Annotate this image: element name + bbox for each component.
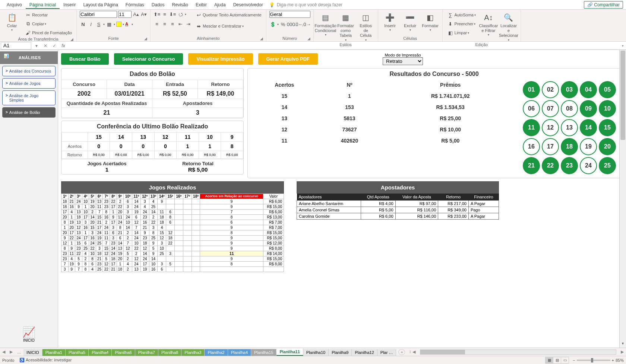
sheet-tab-Planilha8[interactable]: Planilha8 — [158, 349, 181, 356]
sheet-tab-Planilha1[interactable]: Planilha1 — [42, 349, 66, 356]
inc-decimal-icon[interactable]: .0← — [295, 21, 302, 28]
visualizar-impressao-button[interactable]: Visualizar Impressão — [188, 53, 253, 65]
font-name-select[interactable] — [80, 11, 117, 18]
merge-center-button[interactable]: ⬌Mesclar e Centralizar ▾ — [194, 22, 263, 30]
align-launcher[interactable]: ◢ — [260, 36, 263, 41]
underline-button[interactable]: S — [95, 21, 102, 28]
orientation-icon[interactable]: ⭯ — [177, 11, 184, 17]
formula-accept[interactable]: ✓ — [50, 43, 59, 48]
inicio-button[interactable]: 📈 INICIO — [0, 322, 58, 346]
font-color-button[interactable]: A — [125, 22, 130, 27]
accessibility-status[interactable]: ♿ Acessibilidade: investigar — [19, 358, 72, 363]
conditional-format-button[interactable]: ▤Formatação Condicional▾ — [317, 11, 335, 38]
grow-font-icon[interactable]: A▴ — [133, 11, 139, 18]
align-right-icon[interactable]: ≡ — [169, 20, 176, 27]
zoom-slider[interactable] — [577, 360, 610, 361]
vertical-scrollbar[interactable]: ▲ ▼ — [619, 50, 626, 348]
view-pagebreak-icon[interactable]: ▭ — [561, 357, 569, 364]
view-layout-icon[interactable]: ▤ — [553, 357, 561, 364]
autosum-button[interactable]: ∑AutoSoma ▾ — [446, 11, 477, 19]
new-sheet-button[interactable]: + — [398, 349, 405, 355]
sheet-nav-more[interactable]: … — [15, 350, 23, 354]
sheet-tab-Planilha4[interactable]: Planilha4 — [89, 349, 112, 356]
format-as-table-button[interactable]: ▦Formatar como Tabela▾ — [337, 11, 355, 42]
menu-tab-arquivo[interactable]: Arquivo — [3, 1, 26, 9]
tellme-search[interactable]: Diga-me o que você deseja fazer — [277, 2, 584, 7]
wrap-text-button[interactable]: ↩Quebrar Texto Automaticamente — [194, 11, 263, 19]
tab-scroll-right[interactable]: ▶ — [619, 349, 626, 354]
zoom-in-button[interactable]: + — [612, 358, 614, 363]
sheet-tab-Planilha9[interactable]: Planilha9 — [329, 349, 352, 356]
sheet-tab-Planilha11[interactable]: Planilha11 — [276, 348, 303, 356]
delete-cells-button[interactable]: ➖Excluir▾ — [401, 11, 419, 33]
sheet-tab-Planilha6[interactable]: Planilha6 — [112, 349, 135, 356]
zoom-level[interactable]: 85% — [616, 358, 624, 363]
format-cells-button[interactable]: ◧Formatar▾ — [421, 11, 439, 33]
menu-tab-página-inicial[interactable]: Página Inicial — [26, 1, 60, 9]
printmode-select[interactable]: Retrato — [383, 57, 423, 65]
sidebar-item-0[interactable]: >Análise dos Concursos — [2, 66, 56, 76]
fill-button[interactable]: ⬇Preencher ▾ — [446, 20, 477, 28]
menu-tab-desenvolvedor[interactable]: Desenvolvedor — [230, 1, 267, 9]
selecionar-concurso-button[interactable]: Selecionar o Concurso — [114, 53, 183, 65]
name-box[interactable] — [1, 42, 31, 50]
sort-filter-button[interactable]: A↕Classificar e Filtrar▾ — [480, 11, 497, 38]
menu-tab-layout-da-página[interactable]: Layout da Página — [79, 1, 121, 9]
sidebar-item-2[interactable]: >Análise de Jogo Simples — [2, 90, 56, 105]
sheet-tab-Planilha12[interactable]: Planilha12 — [352, 349, 377, 356]
border-button[interactable]: ▦ — [106, 21, 113, 28]
sheet-tab-Plar …[interactable]: Plar … — [377, 349, 396, 356]
tab-scroll-left[interactable]: ⁞ ◀ — [407, 349, 417, 354]
gerar-pdf-button[interactable]: Gerar Arquivo PDF — [258, 53, 318, 65]
fx-icon[interactable]: fx — [59, 43, 68, 48]
number-launcher[interactable]: ◢ — [307, 36, 310, 41]
sheet-nav-prev[interactable]: ◀ — [0, 349, 7, 354]
sheet-nav-next[interactable]: ▶ — [7, 349, 15, 354]
formula-cancel[interactable]: ✕ — [41, 43, 50, 48]
font-launcher[interactable]: ◢ — [144, 36, 147, 41]
sheet-tab-Planilha3[interactable]: Planilha3 — [181, 349, 205, 356]
copy-button[interactable]: ⧉Copiar ▾ — [23, 20, 73, 28]
format-painter-button[interactable]: 🖌Pincel de Formatação — [23, 29, 73, 37]
align-center-icon[interactable]: ≡ — [161, 20, 168, 27]
sheet-tab-Planilha2[interactable]: Planilha2 — [205, 349, 228, 356]
cut-button[interactable]: ✂Recortar — [23, 11, 73, 19]
align-bottom-icon[interactable]: ⬇≡ — [169, 11, 176, 17]
menu-tab-ajuda[interactable]: Ajuda — [211, 1, 230, 9]
formula-expand[interactable]: ▾ — [619, 44, 626, 48]
sheet-tab-Planilha4[interactable]: Planilha4 — [228, 349, 251, 356]
namebox-dropdown[interactable]: ▾ — [32, 43, 41, 48]
sheet-tab-Planilha15[interactable]: Planilha15 — [251, 349, 276, 356]
menu-tab-exibir[interactable]: Exibir — [192, 1, 211, 9]
sheet-tab-Planilha5[interactable]: Planilha5 — [66, 349, 89, 356]
dec-decimal-icon[interactable]: .0→ — [303, 21, 310, 28]
currency-icon[interactable]: 💲 — [269, 21, 276, 28]
fill-color-button[interactable] — [116, 22, 121, 27]
menu-tab-inserir[interactable]: Inserir — [60, 1, 79, 9]
align-left-icon[interactable]: ≡ — [154, 20, 160, 27]
percent-icon[interactable]: % — [280, 21, 287, 28]
insert-cells-button[interactable]: ➕Inserir▾ — [381, 11, 399, 33]
indent-inc-icon[interactable]: ⇥ — [185, 20, 192, 27]
view-normal-icon[interactable]: ▦ — [545, 357, 553, 364]
find-select-button[interactable]: 🔍Localizar e Selecionar▾ — [500, 11, 518, 42]
buscar-bolao-button[interactable]: Buscar Bolão — [61, 53, 109, 65]
menu-tab-dados[interactable]: Dados — [148, 1, 168, 9]
menu-tab-fórmulas[interactable]: Fórmulas — [122, 1, 148, 9]
font-size-select[interactable] — [118, 11, 132, 18]
bold-button[interactable]: N — [80, 21, 86, 28]
thousands-icon[interactable]: 000 — [288, 21, 294, 28]
clear-button[interactable]: ◧Limpar ▾ — [446, 29, 477, 37]
cell-styles-button[interactable]: ◫Estilos de Célula▾ — [357, 11, 375, 42]
indent-dec-icon[interactable]: ⇤ — [177, 20, 184, 27]
shrink-font-icon[interactable]: A▾ — [140, 11, 147, 18]
sheet-tab-INICIO[interactable]: INICIO — [23, 349, 42, 356]
horizontal-scrollbar[interactable] — [420, 349, 616, 355]
scroll-down-icon[interactable]: ▼ — [620, 342, 626, 348]
menu-tab-revisão[interactable]: Revisão — [168, 1, 192, 9]
number-format-select[interactable] — [269, 11, 310, 18]
sheet-tab-Planilha7[interactable]: Planilha7 — [135, 349, 158, 356]
zoom-out-button[interactable]: − — [573, 358, 575, 363]
align-middle-icon[interactable]: ≡ — [161, 11, 168, 17]
align-top-icon[interactable]: ⬆≡ — [154, 11, 160, 17]
